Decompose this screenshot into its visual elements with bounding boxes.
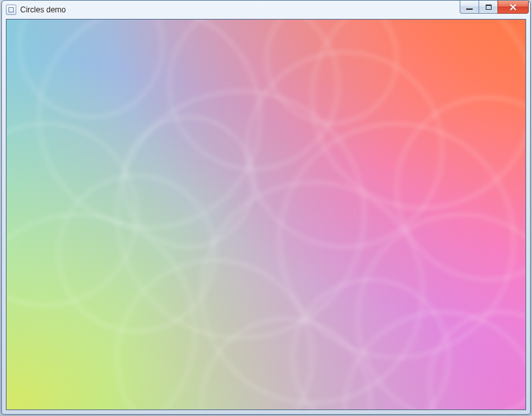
circles-svg [7, 20, 525, 409]
circles-canvas [7, 20, 525, 409]
window-title: Circles demo [20, 5, 66, 14]
app-window: Circles demo [1, 0, 531, 415]
minimize-icon [466, 8, 473, 10]
maximize-icon [486, 5, 492, 10]
app-icon [6, 5, 16, 15]
maximize-button[interactable] [479, 1, 498, 14]
client-area [6, 19, 526, 410]
close-button[interactable] [497, 1, 529, 14]
window-button-group [460, 1, 529, 19]
titlebar[interactable]: Circles demo [2, 1, 530, 19]
desktop-background: Circles demo [0, 0, 532, 416]
close-icon [509, 4, 517, 10]
minimize-button[interactable] [460, 1, 479, 14]
